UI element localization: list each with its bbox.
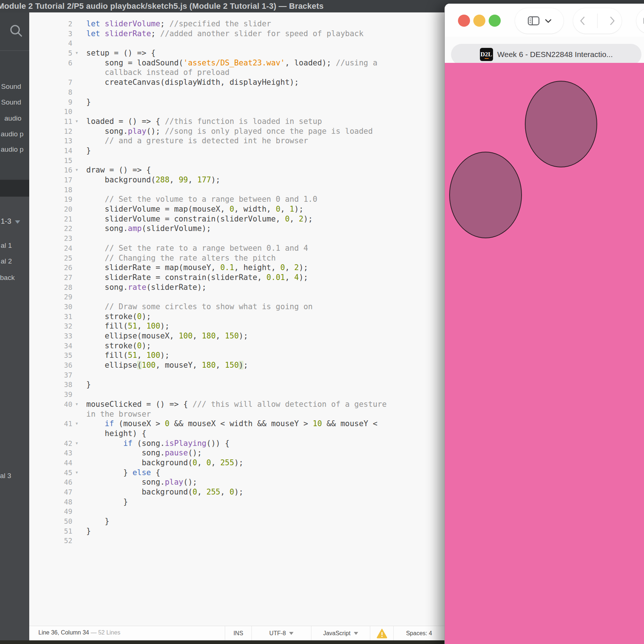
fold-gutter xyxy=(72,146,86,156)
insert-mode-indicator[interactable]: INS xyxy=(225,626,251,641)
active-tab[interactable]: D2L Week 6 - DESN22848 Interactio... xyxy=(451,44,641,65)
token: , xyxy=(188,175,197,184)
token: 0 xyxy=(193,458,197,467)
token: song = loadSound( xyxy=(86,58,183,67)
selected-file-row[interactable] xyxy=(0,180,29,197)
line-number: 41 xyxy=(29,419,72,429)
token: sliderVolume xyxy=(105,19,160,28)
zoom-button[interactable] xyxy=(489,15,501,27)
token: /// this will allow detection of a gestu… xyxy=(193,400,387,409)
token: , xyxy=(197,458,206,467)
token: } xyxy=(86,98,91,106)
line-number: 21 xyxy=(29,214,72,224)
working-file-item[interactable]: Sound xyxy=(1,98,21,106)
sidebar-toggle-button[interactable] xyxy=(515,8,564,34)
fold-gutter xyxy=(72,321,86,331)
line-number: 19 xyxy=(29,194,72,204)
fold-gutter xyxy=(72,429,86,439)
line-number: 27 xyxy=(29,273,72,283)
fold-arrow-icon[interactable]: ▼ xyxy=(72,468,86,478)
token xyxy=(86,419,105,428)
fold-arrow-icon[interactable]: ▼ xyxy=(72,117,86,126)
token: 99 xyxy=(179,175,188,184)
fold-gutter xyxy=(72,458,86,468)
fold-gutter xyxy=(72,175,86,185)
token: , xyxy=(170,175,179,184)
language-label: JavaScript xyxy=(323,630,351,637)
window-title: Module 2 Tutorial 2/P5 audio playback/sk… xyxy=(0,1,323,11)
working-file-item[interactable]: audio p xyxy=(1,145,23,154)
line-number: 48 xyxy=(29,497,72,507)
search-icon[interactable] xyxy=(8,23,24,39)
code-text: song.play(); //song is only played once … xyxy=(86,126,373,136)
token: callback instead of preload xyxy=(86,68,230,77)
line-number: 6 xyxy=(29,58,72,68)
token: 0 xyxy=(165,419,170,428)
token: ); xyxy=(211,175,220,184)
fold-arrow-icon[interactable]: ▼ xyxy=(72,419,86,429)
token: //using a xyxy=(336,58,378,67)
line-number: 31 xyxy=(29,312,72,322)
encoding-selector[interactable]: UTF-8 xyxy=(251,626,311,641)
fold-gutter xyxy=(72,107,86,117)
token: , xyxy=(216,332,225,340)
safari-window: D2L Week 6 - DESN22848 Interactio... xyxy=(444,4,644,644)
fold-gutter xyxy=(72,497,86,507)
nav-buttons xyxy=(573,8,622,34)
forward-icon[interactable] xyxy=(610,16,615,26)
fold-arrow-icon[interactable]: ▼ xyxy=(72,399,86,409)
language-selector[interactable]: JavaScript xyxy=(311,626,370,641)
line-number: 2 xyxy=(29,19,72,29)
token: 0 xyxy=(137,341,142,350)
back-icon[interactable] xyxy=(579,16,585,26)
token: // Draw some circles to show what is goi… xyxy=(86,302,313,311)
fold-gutter xyxy=(72,507,86,516)
fold-gutter xyxy=(72,448,86,458)
line-number: 3 xyxy=(29,29,72,39)
line-number: 12 xyxy=(29,126,72,136)
indent-settings[interactable]: Spaces: 4 xyxy=(393,626,444,641)
token: 100 xyxy=(146,322,160,330)
fold-arrow-icon[interactable]: ▼ xyxy=(72,48,86,58)
p5-canvas[interactable] xyxy=(445,63,644,644)
token: createCanvas(displayWidth, displayHeight… xyxy=(86,78,299,87)
code-text: mouseClicked = () => { /// this will all… xyxy=(86,399,387,409)
token: 0 xyxy=(230,488,234,496)
code-text: // Draw some circles to show what is goi… xyxy=(86,302,313,312)
d2l-favicon: D2L xyxy=(480,48,493,61)
minimize-button[interactable] xyxy=(473,15,485,27)
tree-item[interactable]: al 3 xyxy=(0,472,11,480)
token: fill( xyxy=(86,322,128,330)
close-button[interactable] xyxy=(458,15,470,27)
fold-gutter xyxy=(72,97,86,107)
page-settings-button[interactable] xyxy=(636,8,644,34)
tree-item[interactable]: al 1 xyxy=(1,242,12,250)
line-number: 23 xyxy=(29,234,72,243)
token: 180 xyxy=(202,332,216,340)
line-number: 4 xyxy=(29,38,72,48)
code-text: sliderVolume = constrain(sliderVolume, 0… xyxy=(86,214,313,224)
code-text: sliderRate = constrain(sliderRate, 0.01,… xyxy=(86,273,308,283)
token xyxy=(100,29,105,38)
token: // Changing the rate alters the pitch xyxy=(86,254,276,262)
fold-arrow-icon[interactable]: ▼ xyxy=(72,165,86,175)
working-file-item[interactable]: audio p xyxy=(1,130,23,138)
tree-item[interactable]: al 2 xyxy=(1,257,12,265)
code-text: in the browser xyxy=(86,409,151,419)
token: amp xyxy=(128,224,142,233)
line-number: 9 xyxy=(29,97,72,107)
fold-arrow-icon[interactable]: ▼ xyxy=(72,439,86,448)
token: , xyxy=(193,332,202,340)
project-dropdown[interactable]: 1-3 xyxy=(1,217,20,226)
line-number: 14 xyxy=(29,146,72,156)
working-file-item[interactable]: Sound xyxy=(1,83,21,91)
working-file-item[interactable]: audio xyxy=(4,114,22,122)
token: // Set the volume to a range between 0 a… xyxy=(86,195,317,204)
lint-warning-button[interactable] xyxy=(370,626,393,641)
tree-item[interactable]: back xyxy=(0,274,15,282)
line-number: 49 xyxy=(29,507,72,516)
token: stroke( xyxy=(86,341,137,350)
line-number: 28 xyxy=(29,283,72,292)
fold-gutter xyxy=(72,29,86,39)
token: 51 xyxy=(128,351,137,360)
